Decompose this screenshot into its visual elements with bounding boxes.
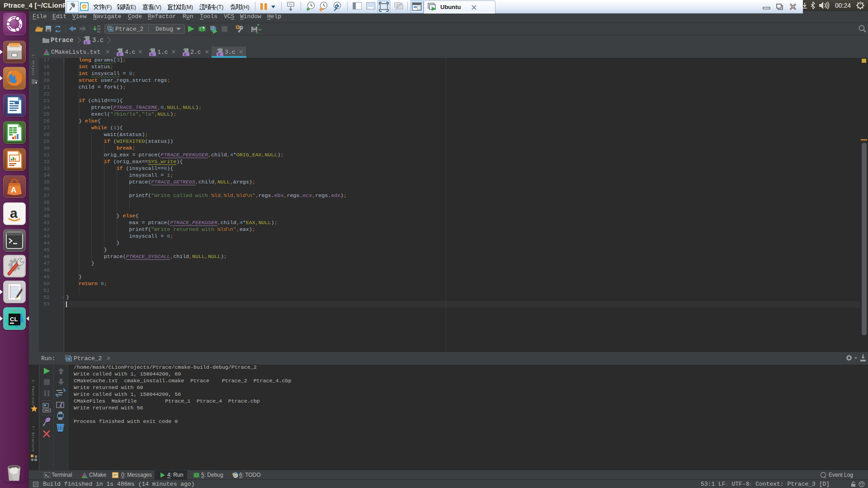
svg-text:Debug: Debug bbox=[156, 26, 173, 33]
svg-text:a: a bbox=[10, 206, 18, 221]
svg-text:A: A bbox=[11, 186, 16, 194]
svg-text:Ptrace_2: Ptrace_2 bbox=[115, 26, 143, 33]
svg-text:CL: CL bbox=[10, 316, 18, 323]
svg-text:c: c bbox=[218, 52, 220, 56]
svg-text:01: 01 bbox=[97, 30, 101, 33]
svg-text:c: c bbox=[118, 52, 120, 56]
svg-text:c: c bbox=[85, 41, 87, 44]
svg-text:c: c bbox=[151, 52, 153, 56]
svg-text:c: c bbox=[184, 52, 186, 56]
